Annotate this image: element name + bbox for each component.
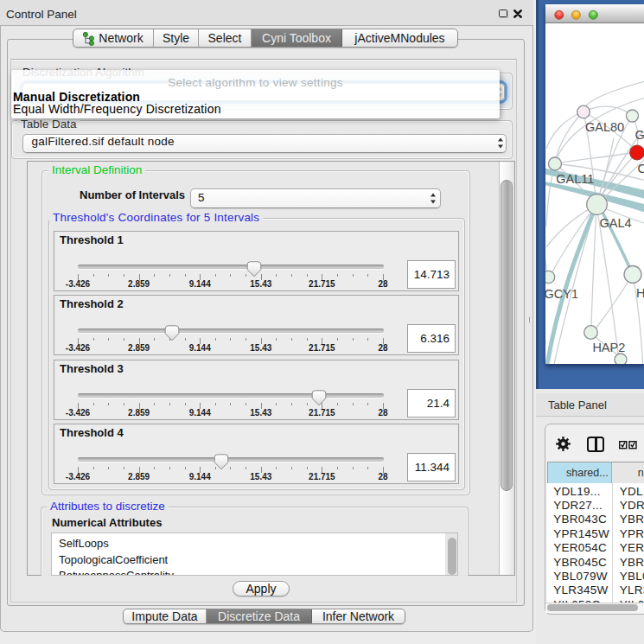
svg-text:GAL4: GAL4: [600, 216, 632, 230]
svg-text:GCY1: GCY1: [545, 287, 578, 301]
svg-text:CYC1: CYC1: [638, 162, 644, 175]
svg-text:GAL11: GAL11: [556, 172, 594, 186]
svg-text:HAP2: HAP2: [592, 341, 625, 354]
svg-text:HIS4: HIS4: [636, 286, 644, 300]
svg-text:GAL80: GAL80: [585, 120, 624, 134]
svg-text:GAL7: GAL7: [635, 128, 644, 142]
